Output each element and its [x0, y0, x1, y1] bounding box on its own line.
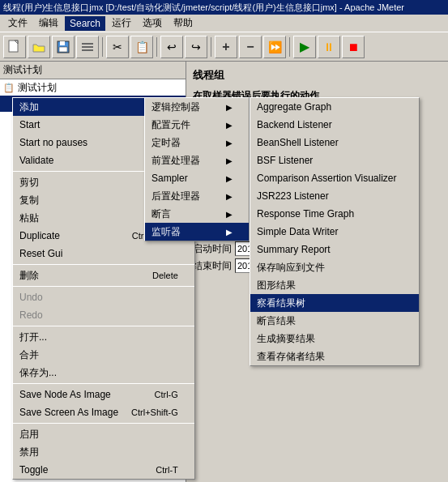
label-start-time: 启动时间 — [193, 242, 232, 256]
sm-add-config[interactable]: 配置元件 ▶ — [145, 116, 249, 134]
svg-rect-3 — [60, 41, 65, 45]
sm-add-timer[interactable]: 定时器 ▶ — [145, 134, 249, 151]
sm-label-generate-summary: 生成摘要结果 — [257, 332, 315, 346]
toolbar-open[interactable] — [28, 36, 50, 58]
cm-item-disable[interactable]: 禁用 — [13, 443, 194, 461]
menu-run[interactable]: 运行 — [107, 15, 136, 32]
cm-label-save-node-image: Save Node As Image — [19, 389, 111, 400]
svg-rect-5 — [82, 43, 93, 45]
sm-mon-comparison[interactable]: Comparison Assertion Visualizer — [250, 169, 419, 187]
cm-sep-4 — [13, 326, 194, 326]
menu-file[interactable]: 文件 — [3, 15, 32, 32]
toolbar-redo[interactable]: ↪ — [185, 36, 207, 58]
arrow-icon-timer: ▶ — [226, 139, 233, 147]
svg-rect-6 — [82, 46, 93, 48]
sm-label-view-stored: 查看存储者结果 — [257, 350, 325, 364]
cm-label-start: Start — [19, 119, 40, 130]
menu-edit[interactable]: 编辑 — [34, 15, 63, 32]
sm-mon-summary[interactable]: Summary Report — [250, 241, 419, 258]
sm-add-assert[interactable]: 断言 ▶ — [145, 205, 249, 223]
toolbar-stop[interactable]: ⏹ — [342, 36, 365, 58]
cm-item-undo[interactable]: Undo — [13, 288, 194, 306]
cm-item-save-as[interactable]: 保存为... — [13, 364, 194, 382]
cm-label-start-no-pauses: Start no pauses — [19, 137, 87, 148]
toolbar-save[interactable] — [52, 36, 75, 58]
sm-mon-simple-data[interactable]: Simple Data Writer — [250, 223, 419, 241]
sm-mon-response-time[interactable]: Response Time Graph — [250, 205, 419, 223]
arrow-icon-listener: ▶ — [226, 228, 233, 237]
toolbar-sep-2 — [156, 37, 157, 57]
sm-add-listener[interactable]: 监听器 ▶ — [145, 223, 249, 241]
sm-mon-save-response[interactable]: 保存响应到文件 — [250, 258, 419, 276]
sm-label-save-response: 保存响应到文件 — [257, 261, 325, 275]
sm-mon-beanshell[interactable]: BeanShell Listener — [250, 134, 419, 151]
sm-label-aggregate-graph: Aggregate Graph — [257, 101, 331, 113]
cm-item-save-screen-image[interactable]: Save Screen As Image Ctrl+Shift-G — [13, 403, 194, 421]
toolbar-sep-3 — [211, 37, 211, 57]
cm-item-toggle[interactable]: Toggle Ctrl-T — [13, 461, 194, 479]
cm-item-merge[interactable]: 合并 — [13, 346, 194, 364]
sm-add-sampler[interactable]: Sampler ▶ — [145, 169, 249, 187]
sm-add-post[interactable]: 后置处理器 ▶ — [145, 187, 249, 205]
menu-options[interactable]: 选项 — [138, 15, 167, 32]
toolbar-cut[interactable]: ✂ — [106, 36, 129, 58]
cm-item-reset-gui[interactable]: Reset Gui — [13, 245, 194, 262]
cm-label-save-screen-image: Save Screen As Image — [19, 407, 118, 418]
cm-label-open: 打开... — [19, 331, 47, 344]
svg-rect-4 — [59, 47, 67, 52]
cm-item-open[interactable]: 打开... — [13, 328, 194, 346]
menu-search[interactable]: Search — [65, 16, 105, 31]
toolbar-pause[interactable]: ⏸ — [318, 36, 340, 58]
tree-label: 测试计划 — [3, 63, 42, 77]
sm-label-listener: 监听器 — [151, 225, 181, 239]
sm-label-graph-result: 图形结果 — [257, 279, 296, 292]
sm-label-simple-data: Simple Data Writer — [257, 226, 338, 237]
sm-label-comparison: Comparison Assertion Visualizer — [257, 173, 397, 184]
title-bar: 线程(用户)生信息接口jmx [D:/test/自动化测试/jmeter/scr… — [0, 0, 448, 15]
sm-mon-backend[interactable]: Backend Listener — [250, 116, 419, 134]
sm-mon-jsr223[interactable]: JSR223 Listener — [250, 187, 419, 205]
sm-label-view-result-tree: 察看结果树 — [257, 296, 305, 310]
sm-mon-assert-result[interactable]: 断言结果 — [250, 312, 419, 330]
svg-rect-7 — [82, 49, 93, 51]
sm-label-response-time: Response Time Graph — [257, 208, 354, 220]
cm-label-delete: 删除 — [19, 269, 39, 283]
toolbar-forward[interactable]: ⏩ — [263, 36, 286, 58]
sm-mon-graph-result[interactable]: 图形结果 — [250, 276, 419, 294]
sm-mon-aggregate-graph[interactable]: Aggregate Graph — [250, 98, 419, 116]
sm-label-timer: 定时器 — [151, 136, 181, 150]
sm-mon-view-stored[interactable]: 查看存储者结果 — [250, 348, 419, 365]
cm-sep-6 — [13, 423, 194, 424]
cm-item-save-node-image[interactable]: Save Node As Image Ctrl-G — [13, 386, 194, 403]
sm-label-logic: 逻辑控制器 — [151, 100, 200, 114]
toolbar-copy[interactable]: 📋 — [130, 36, 153, 58]
toolbar-minus[interactable]: − — [239, 36, 262, 58]
toolbar-new[interactable] — [3, 36, 26, 58]
plan-icon: 📋 — [3, 83, 15, 93]
tree-item-plan[interactable]: 📋 测试计划 — [0, 79, 186, 96]
sm-mon-bsf[interactable]: BSF Listener — [250, 151, 419, 169]
title-text: 线程(用户)生信息接口jmx [D:/test/自动化测试/jmeter/scr… — [3, 2, 404, 14]
sm-mon-generate-summary[interactable]: 生成摘要结果 — [250, 330, 419, 348]
cm-label-copy: 复制 — [19, 194, 39, 207]
shortcut-delete: Delete — [152, 271, 178, 280]
cm-label-paste: 粘贴 — [19, 211, 39, 225]
main-area: 测试计划 📋 测试计划 👥 线程组 🔧 工作台 线程组 在取样器错误后要执行的动… — [0, 62, 448, 482]
arrow-icon-post: ▶ — [226, 192, 233, 201]
menu-help[interactable]: 帮助 — [169, 15, 198, 32]
cm-item-redo[interactable]: Redo — [13, 306, 194, 324]
toolbar-plus[interactable]: + — [215, 36, 237, 58]
sm-mon-view-result-tree[interactable]: 察看结果树 — [250, 294, 419, 312]
cm-label-toggle: Toggle — [19, 464, 48, 476]
toolbar-play[interactable]: ▶ — [293, 36, 316, 58]
sm-label-pre: 前置处理器 — [151, 154, 200, 168]
cm-sep-5 — [13, 383, 194, 384]
cm-item-delete[interactable]: 删除 Delete — [13, 267, 194, 284]
toolbar-config[interactable] — [76, 36, 99, 58]
cm-item-enable[interactable]: 启用 — [13, 425, 194, 443]
sm-label-jsr223: JSR223 Listener — [257, 190, 329, 202]
sm-add-pre[interactable]: 前置处理器 ▶ — [145, 151, 249, 169]
toolbar-undo[interactable]: ↩ — [160, 36, 183, 58]
sm-add-logic[interactable]: 逻辑控制器 ▶ — [145, 98, 249, 116]
panel-title: 线程组 — [193, 68, 442, 83]
